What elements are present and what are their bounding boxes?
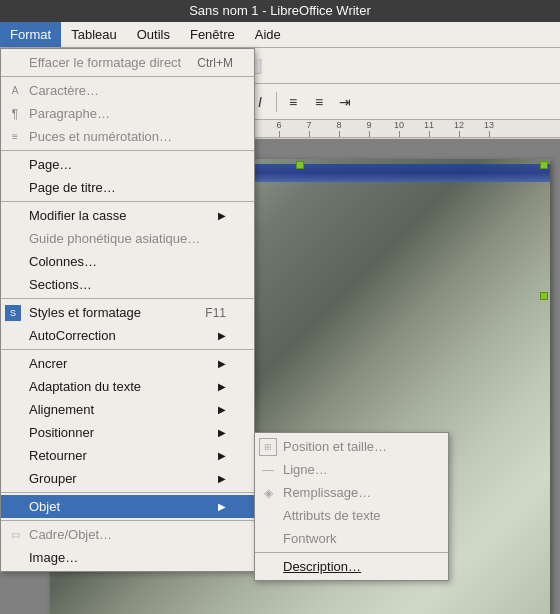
submenu-sep1	[255, 552, 448, 553]
cadre-icon: ▭	[5, 529, 25, 540]
title-bar: Sans nom 1 - LibreOffice Writer	[0, 0, 560, 22]
menu-item-effacer[interactable]: Effacer le formatage direct Ctrl+M	[1, 51, 254, 74]
menu-item-sections[interactable]: Sections…	[1, 273, 254, 296]
menu-outils[interactable]: Outils	[127, 22, 180, 47]
sel-handle-mr	[540, 292, 548, 300]
menu-sep6	[1, 492, 254, 493]
ruler-mark-12: 12	[444, 121, 474, 137]
menu-format[interactable]: Format	[0, 22, 61, 47]
menu-item-objet[interactable]: Objet ▶	[1, 495, 254, 518]
align-left[interactable]: ≡	[281, 90, 305, 114]
menu-tableau[interactable]: Tableau	[61, 22, 127, 47]
ruler-mark-8: 8	[324, 121, 354, 137]
submenu-item-remplissage[interactable]: ◈ Remplissage…	[255, 481, 448, 504]
menu-sep3	[1, 201, 254, 202]
objet-submenu: ⊞ Position et taille… — Ligne… ◈ Remplis…	[254, 432, 449, 581]
submenu-item-ligne[interactable]: — Ligne…	[255, 458, 448, 481]
ruler-mark-7: 7	[294, 121, 324, 137]
indent-button[interactable]: ⇥	[333, 90, 357, 114]
title-text: Sans nom 1 - LibreOffice Writer	[189, 3, 371, 18]
menu-sep7	[1, 520, 254, 521]
menu-sep4	[1, 298, 254, 299]
ruler-mark-11: 11	[414, 121, 444, 137]
sel-handle-tm	[296, 161, 304, 169]
menu-item-retourner[interactable]: Retourner ▶	[1, 444, 254, 467]
menu-item-caractere[interactable]: A Caractère…	[1, 79, 254, 102]
align-center[interactable]: ≡	[307, 90, 331, 114]
submenu-item-fontwork[interactable]: Fontwork	[255, 527, 448, 550]
menu-fenetre[interactable]: Fenêtre	[180, 22, 245, 47]
menu-item-puces[interactable]: ≡ Puces et numérotation…	[1, 125, 254, 148]
objet-arrow-icon: ▶	[218, 501, 226, 512]
sel-handle-tr	[540, 161, 548, 169]
ancrer-arrow-icon: ▶	[218, 358, 226, 369]
adaptation-arrow-icon: ▶	[218, 381, 226, 392]
menu-item-image[interactable]: Image…	[1, 546, 254, 569]
remplissage-icon: ◈	[259, 484, 277, 502]
ruler-mark-9: 9	[354, 121, 384, 137]
position-taille-icon: ⊞	[259, 438, 277, 456]
menu-item-colonnes[interactable]: Colonnes…	[1, 250, 254, 273]
menu-sep1	[1, 76, 254, 77]
format-dropdown-menu: Effacer le formatage direct Ctrl+M A Car…	[0, 48, 255, 572]
menu-item-adaptation[interactable]: Adaptation du texte ▶	[1, 375, 254, 398]
ruler-mark-13: 13	[474, 121, 504, 137]
menu-item-paragraphe[interactable]: ¶ Paragraphe…	[1, 102, 254, 125]
submenu-item-description[interactable]: Description…	[255, 555, 448, 578]
submenu-item-attributs-texte[interactable]: Attributs de texte	[255, 504, 448, 527]
positionner-arrow-icon: ▶	[218, 427, 226, 438]
menu-item-alignement[interactable]: Alignement ▶	[1, 398, 254, 421]
menu-item-page-titre[interactable]: Page de titre…	[1, 176, 254, 199]
menu-aide[interactable]: Aide	[245, 22, 291, 47]
ligne-icon: —	[259, 461, 277, 479]
menu-sep5	[1, 349, 254, 350]
menu-item-styles[interactable]: S Styles et formatage F11	[1, 301, 254, 324]
submenu-item-position-taille[interactable]: ⊞ Position et taille…	[255, 435, 448, 458]
menu-item-guide-phono[interactable]: Guide phonétique asiatique…	[1, 227, 254, 250]
autocorrection-arrow-icon: ▶	[218, 330, 226, 341]
toolbar-sep8	[276, 92, 277, 112]
menu-item-page[interactable]: Page…	[1, 153, 254, 176]
menu-item-grouper[interactable]: Grouper ▶	[1, 467, 254, 490]
menu-item-positionner[interactable]: Positionner ▶	[1, 421, 254, 444]
casse-arrow-icon: ▶	[218, 210, 226, 221]
ruler-mark-6: 6	[264, 121, 294, 137]
ruler-mark-10: 10	[384, 121, 414, 137]
menu-sep2	[1, 150, 254, 151]
retourner-arrow-icon: ▶	[218, 450, 226, 461]
puces-icon: ≡	[5, 131, 25, 142]
menu-item-autocorrection[interactable]: AutoCorrection ▶	[1, 324, 254, 347]
caractere-icon: A	[5, 85, 25, 96]
styles-icon: S	[5, 305, 21, 321]
paragraphe-icon: ¶	[5, 107, 25, 121]
menu-item-cadre[interactable]: ▭ Cadre/Objet…	[1, 523, 254, 546]
menu-item-modifier-casse[interactable]: Modifier la casse ▶	[1, 204, 254, 227]
menu-bar: Format Tableau Outils Fenêtre Aide	[0, 22, 560, 48]
alignement-arrow-icon: ▶	[218, 404, 226, 415]
grouper-arrow-icon: ▶	[218, 473, 226, 484]
menu-item-ancrer[interactable]: Ancrer ▶	[1, 352, 254, 375]
